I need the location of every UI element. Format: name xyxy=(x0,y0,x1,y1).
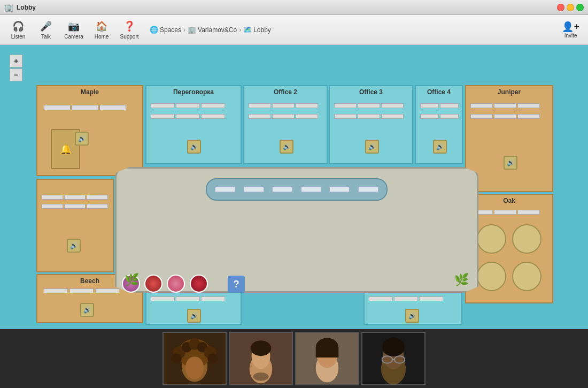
title-bar: 🏢 Lobby xyxy=(0,0,588,15)
speaker-maple: 🔊 xyxy=(75,132,89,146)
face-svg-1 xyxy=(164,332,226,385)
talk-button[interactable]: 🎤 Talk xyxy=(32,17,60,43)
speaker-office6: 🔊 xyxy=(405,309,419,323)
home-button[interactable]: 🏠 Home xyxy=(88,17,115,43)
round-table-2 xyxy=(512,224,541,254)
svg-rect-20 xyxy=(316,347,339,357)
face-svg-4 xyxy=(362,332,424,385)
room-office3[interactable]: Office 3 🔊 xyxy=(329,85,413,164)
listen-button[interactable]: 🎧 Listen xyxy=(4,17,32,43)
home-icon: 🏠 xyxy=(96,20,107,32)
speaker-juniper: 🔊 xyxy=(504,156,517,170)
toolbar: 🎧 Listen 🎤 Talk 📷 Camera 🏠 Home ❓ Suppor… xyxy=(0,15,588,45)
round-table-1 xyxy=(477,224,506,254)
breadcrumb: 🌐 Spaces › 🏢 Varlamov&Co › 🗺️ Lobby xyxy=(150,26,558,34)
zoom-controls: + − xyxy=(10,55,22,81)
invite-button[interactable]: 👤+ Invite xyxy=(558,19,584,41)
juniper-label: Juniper xyxy=(466,88,552,96)
breadcrumb-spaces[interactable]: 🌐 Spaces xyxy=(150,26,181,34)
plant-right: 🌿 xyxy=(454,273,469,287)
camera-icon: 📷 xyxy=(68,20,80,32)
talk-icon: 🎤 xyxy=(40,20,52,32)
maximize-btn[interactable] xyxy=(576,4,584,11)
breadcrumb-company[interactable]: 🏢 Varlamov&Co xyxy=(188,26,237,34)
svg-point-9 xyxy=(172,353,182,363)
building-icon: 🏢 xyxy=(188,26,196,34)
unknown-user: ? xyxy=(228,276,245,293)
map-icon: 🗺️ xyxy=(243,26,252,34)
conference-table xyxy=(206,178,388,201)
speaker-office2: 🔊 xyxy=(280,140,293,154)
spaces-icon: 🌐 xyxy=(150,26,158,34)
peregovorka-label: Переговорка xyxy=(146,88,241,96)
listen-icon: 🎧 xyxy=(12,20,24,32)
svg-point-15 xyxy=(253,372,269,381)
window-title: Lobby xyxy=(17,4,557,11)
window-controls xyxy=(557,4,584,11)
support-icon: ❓ xyxy=(123,20,135,32)
office2-label: Office 2 xyxy=(244,88,327,96)
speaker-peregovorka: 🔊 xyxy=(187,140,201,154)
office4-label: Office 4 xyxy=(416,88,462,96)
close-btn[interactable] xyxy=(557,4,564,11)
lobby-center[interactable]: ? Daniil N Ilya V Olga A Ekaten... 🌿 🌿 xyxy=(115,167,478,293)
room-maple[interactable]: Maple 🔔 🔊 xyxy=(36,85,143,176)
camera-button[interactable]: 📷 Camera xyxy=(60,17,88,43)
zoom-in-button[interactable]: + xyxy=(10,55,22,67)
svg-point-24 xyxy=(382,338,405,356)
svg-point-14 xyxy=(251,340,272,356)
round-table-4 xyxy=(512,262,541,291)
support-button[interactable]: ❓ Support xyxy=(115,17,143,43)
invite-icon: 👤+ xyxy=(562,21,579,33)
zoom-out-button[interactable]: − xyxy=(10,69,22,81)
speaker-office4: 🔊 xyxy=(433,140,447,154)
face-svg-2 xyxy=(230,332,292,385)
speaker-office5: 🔊 xyxy=(187,309,201,323)
room-peregovorka[interactable]: Переговорка 🔊 xyxy=(145,85,242,164)
plant-left: 🌿 xyxy=(125,273,139,287)
video-strip xyxy=(0,329,588,388)
maple-label: Maple xyxy=(37,88,142,96)
speaker-left-corridor: 🔊 xyxy=(67,239,81,253)
video-feed-1 xyxy=(163,332,227,385)
video-feed-4 xyxy=(361,332,425,385)
speaker-office3: 🔊 xyxy=(365,140,379,154)
room-office4[interactable]: Office 4 🔊 xyxy=(415,85,463,164)
room-office2[interactable]: Office 2 🔊 xyxy=(243,85,328,164)
svg-point-10 xyxy=(207,353,218,363)
face-svg-3 xyxy=(296,332,358,385)
breadcrumb-lobby[interactable]: 🗺️ Lobby xyxy=(243,26,271,34)
svg-point-3 xyxy=(185,356,204,379)
speaker-beech: 🔊 xyxy=(80,303,94,317)
office3-label: Office 3 xyxy=(330,88,412,96)
minimize-btn[interactable] xyxy=(567,4,574,11)
video-feed-3 xyxy=(295,332,359,385)
main-map[interactable]: + − Maple 🔔 🔊 Переговорка xyxy=(0,45,588,329)
video-feed-2 xyxy=(229,332,293,385)
oak-label: Oak xyxy=(466,197,552,204)
round-table-3 xyxy=(477,262,506,291)
